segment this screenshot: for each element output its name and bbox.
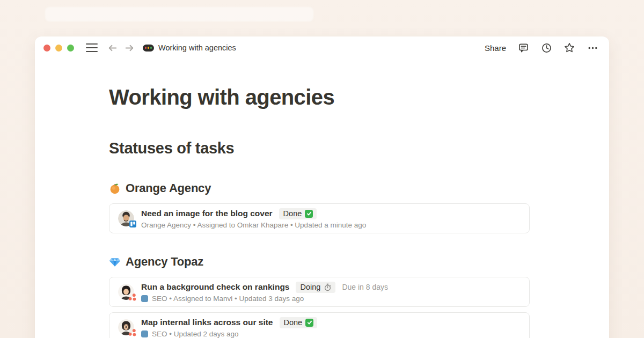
task-meta-row: SEO • Assigned to Manvi • Updated 3 days… (141, 295, 388, 303)
task-meta-row: SEO • Updated 2 days ago (141, 330, 317, 338)
zoom-button[interactable] (67, 45, 74, 52)
gem-emoji-icon (109, 256, 121, 268)
notion-window: Working with agencies Share (35, 36, 609, 338)
sidebar-toggle-button[interactable] (86, 43, 98, 52)
forward-arrow-icon (124, 42, 135, 54)
back-button[interactable] (106, 42, 118, 54)
status-badge: Done (280, 317, 318, 328)
status-label: Doing (300, 283, 320, 291)
asana-icon (128, 293, 136, 301)
task-meta: SEO • Assigned to Manvi • Updated 3 days… (152, 295, 304, 303)
updates-button[interactable] (540, 42, 552, 54)
assignee-avatar (118, 210, 134, 226)
group-heading-orange-agency: Orange Agency (109, 181, 530, 195)
star-icon (564, 42, 575, 54)
history-nav (106, 42, 135, 54)
page-title: Working with agencies (109, 86, 530, 108)
green-check-icon (305, 319, 313, 327)
assignee-avatar (118, 284, 134, 300)
status-badge: Done (279, 208, 317, 219)
group-heading-agency-topaz: Agency Topaz (109, 255, 530, 269)
green-check-icon (305, 210, 313, 218)
comment-icon (518, 42, 529, 54)
group-name: Agency Topaz (126, 255, 203, 269)
tangerine-emoji-icon (109, 182, 121, 194)
status-badge: Doing (296, 282, 335, 293)
task-text: Map internal links across our site Done … (141, 317, 317, 338)
titlebar-page-title: Working with agencies (158, 43, 236, 52)
seo-tag-icon (141, 330, 148, 337)
task-text: Run a background check on rankings Doing… (141, 282, 388, 303)
task-card[interactable]: Run a background check on rankings Doing… (109, 277, 530, 307)
breadcrumb[interactable]: Working with agencies (143, 43, 236, 52)
back-arrow-icon (107, 42, 118, 54)
window-titlebar: Working with agencies Share (35, 36, 609, 59)
favorite-button[interactable] (564, 42, 575, 54)
task-text: Need an image for the blog cover Done Or… (141, 208, 366, 229)
task-title: Run a background check on rankings (141, 282, 289, 292)
titlebar-actions: Share (485, 42, 598, 54)
more-button[interactable] (587, 42, 598, 54)
ellipsis-icon (587, 42, 598, 54)
stopwatch-icon (324, 283, 332, 291)
status-label: Done (284, 318, 303, 327)
minimize-button[interactable] (55, 45, 62, 52)
clock-icon (541, 42, 552, 54)
seo-tag-icon (141, 295, 148, 302)
section-heading: Statuses of tasks (109, 139, 530, 157)
share-button[interactable]: Share (485, 43, 506, 53)
traffic-light-page-icon (143, 45, 154, 52)
task-title: Map internal links across our site (141, 318, 273, 327)
task-card[interactable]: Map internal links across our site Done … (109, 312, 530, 338)
due-date: Due in 8 days (342, 283, 388, 291)
task-title: Need an image for the blog cover (141, 209, 273, 218)
asana-icon (128, 329, 136, 336)
task-meta: Orange Agency • Assigned to Omkar Khapar… (141, 221, 366, 229)
group-name: Orange Agency (126, 181, 211, 195)
comments-button[interactable] (517, 42, 529, 54)
close-button[interactable] (43, 45, 50, 52)
background-highlight-decor (45, 7, 313, 21)
assignee-avatar (118, 319, 134, 335)
task-card[interactable]: Need an image for the blog cover Done Or… (109, 203, 530, 233)
task-meta: SEO • Updated 2 days ago (152, 330, 239, 338)
page-content: Working with agencies Statuses of tasks … (109, 86, 530, 338)
status-label: Done (283, 209, 302, 218)
forward-button[interactable] (123, 42, 135, 54)
trello-icon (129, 221, 136, 227)
